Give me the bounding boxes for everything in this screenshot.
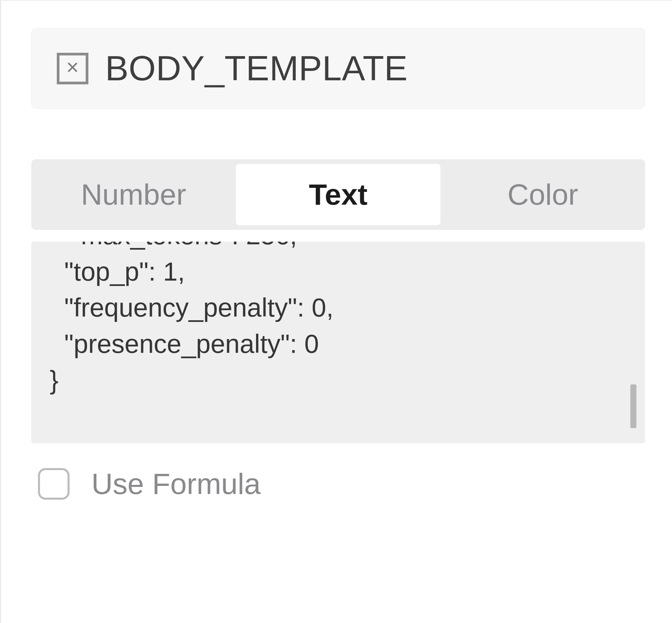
tab-number[interactable]: Number [31, 164, 236, 225]
variable-editor-panel: × BODY_TEMPLATE Number Text Color "max_t… [1, 1, 672, 501]
value-type-tabs: Number Text Color [31, 159, 645, 230]
boxed-x-icon: × [57, 53, 88, 84]
variable-header: × BODY_TEMPLATE [31, 28, 645, 109]
scrollbar-thumb[interactable] [630, 384, 636, 428]
use-formula-row: Use Formula [31, 467, 645, 501]
variable-name: BODY_TEMPLATE [105, 49, 407, 88]
use-formula-label: Use Formula [91, 467, 261, 501]
tab-text[interactable]: Text [236, 164, 440, 225]
text-value-field[interactable]: "max_tokens": 256, "top_p": 1, "frequenc… [31, 242, 645, 443]
tab-color[interactable]: Color [440, 164, 645, 225]
text-value-content[interactable]: "max_tokens": 256, "top_p": 1, "frequenc… [50, 242, 627, 398]
use-formula-checkbox[interactable] [38, 468, 69, 500]
